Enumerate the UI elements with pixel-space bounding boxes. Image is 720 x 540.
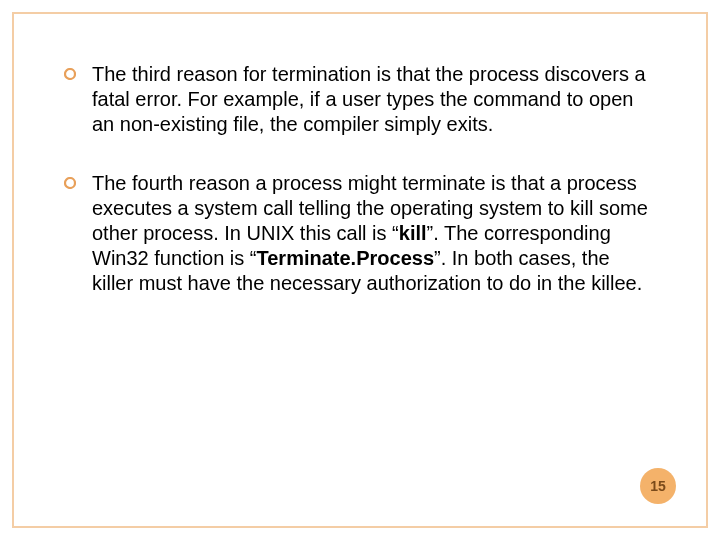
bullet-circle-icon <box>64 177 76 189</box>
slide-frame: The third reason for termination is that… <box>12 12 708 528</box>
list-item: The third reason for termination is that… <box>64 62 656 137</box>
bold-term: Terminate.Process <box>257 247 435 269</box>
svg-point-0 <box>65 69 75 79</box>
bullet-circle-icon <box>64 68 76 80</box>
bold-term: kill <box>399 222 427 244</box>
bullet-text: The third reason for termination is that… <box>92 62 656 137</box>
page-number-badge: 15 <box>640 468 676 504</box>
page-number-text: 15 <box>650 478 666 494</box>
slide-content: The third reason for termination is that… <box>64 62 656 296</box>
bullet-text: The fourth reason a process might termin… <box>92 171 656 296</box>
list-item: The fourth reason a process might termin… <box>64 171 656 296</box>
svg-point-1 <box>65 178 75 188</box>
